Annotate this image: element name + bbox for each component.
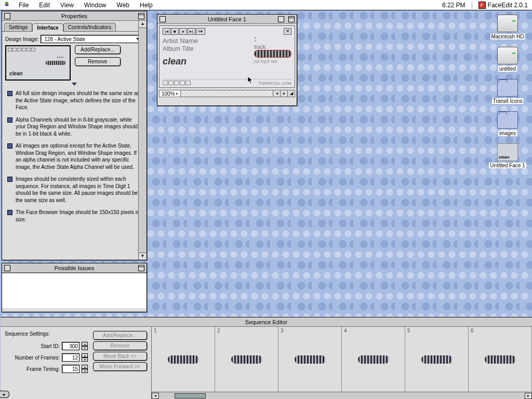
desktop-icon-face[interactable]: cleanUntitled Face 1 bbox=[486, 143, 529, 168]
application-menu[interactable]: F FaceEdit 2.0.1 bbox=[474, 2, 532, 9]
track-label: track: bbox=[254, 44, 291, 50]
disclosure-triangle-icon[interactable] bbox=[72, 83, 77, 86]
tab-settings[interactable]: Settings bbox=[4, 23, 32, 31]
sequence-frame[interactable]: 6 bbox=[469, 327, 532, 392]
next-track-icon[interactable]: ▸| bbox=[188, 28, 195, 35]
desktop-icon-untitled[interactable]: untitled bbox=[486, 47, 529, 72]
face-titlebar[interactable]: Untitled Face 1 bbox=[157, 15, 297, 24]
frames-input[interactable] bbox=[62, 353, 79, 362]
sequence-frame[interactable]: 5 bbox=[405, 327, 469, 392]
properties-tabs: Settings Interface Controls/Indicators bbox=[2, 21, 147, 32]
menu-edit[interactable]: Edit bbox=[34, 2, 55, 9]
sequence-scrollbar[interactable]: ◂ ▸ bbox=[152, 392, 532, 399]
design-image-thumbnail[interactable]: track: clean bbox=[5, 45, 71, 81]
hint-text: Images should be consistently sized with… bbox=[16, 176, 141, 204]
properties-scrollbar[interactable]: ▲▼ bbox=[138, 21, 147, 260]
track-progress-bar[interactable] bbox=[254, 50, 291, 58]
window-title: Sequence Editor bbox=[242, 319, 290, 325]
menu-dropdown-icon[interactable]: ≡▾ bbox=[196, 28, 205, 35]
play-icon[interactable]: ▸ bbox=[179, 28, 187, 35]
sequence-frame[interactable]: 1 bbox=[152, 327, 215, 392]
close-box[interactable] bbox=[159, 16, 166, 22]
footer-brand: THIRDCOIL.COM bbox=[258, 81, 291, 86]
scroll-down-arrow[interactable]: ▼ bbox=[139, 252, 147, 260]
zoom-level[interactable]: 100%▸ bbox=[159, 90, 181, 97]
frames-stepper[interactable]: ▴▾ bbox=[82, 353, 88, 362]
scroll-left-arrow[interactable]: ◂ bbox=[273, 90, 281, 97]
move-back-button: Move Back << bbox=[93, 352, 147, 361]
icon-label: Transit Icons bbox=[492, 98, 524, 104]
seq-add-replace-button: Add/Replace... bbox=[93, 331, 147, 340]
frames-label: Number of Frames: bbox=[15, 355, 60, 361]
properties-titlebar[interactable]: Properties bbox=[2, 11, 147, 21]
resize-grip-icon[interactable]: ◢ bbox=[288, 90, 295, 97]
footer-buttons[interactable] bbox=[163, 81, 191, 86]
window-title: Properties bbox=[58, 13, 90, 19]
window-title: Possible Issues bbox=[51, 265, 97, 271]
app-name-label: FaceEdit 2.0.1 bbox=[488, 2, 528, 9]
issues-list bbox=[2, 273, 147, 308]
frame-thumbnail bbox=[421, 355, 453, 364]
bullet-icon bbox=[7, 91, 12, 96]
zoom-box[interactable] bbox=[278, 16, 284, 22]
apple-menu[interactable] bbox=[0, 1, 14, 9]
frame-number: 2 bbox=[217, 328, 220, 334]
menubar: File Edit View Window Web Help 6:22 PM F… bbox=[0, 0, 532, 10]
windowshade-box[interactable] bbox=[138, 13, 144, 19]
windowshade-box[interactable] bbox=[288, 16, 295, 22]
add-replace-button[interactable]: Add/Replace... bbox=[75, 45, 121, 54]
design-image-select[interactable]: 128 - Active State bbox=[41, 35, 143, 43]
source-labels: cd mp3 net bbox=[254, 59, 291, 64]
menu-web[interactable]: Web bbox=[112, 2, 135, 9]
menu-help[interactable]: Help bbox=[135, 2, 158, 9]
bullet-icon bbox=[7, 210, 12, 215]
sequence-frame[interactable]: 4 bbox=[342, 327, 405, 392]
menubar-clock[interactable]: 6:22 PM bbox=[438, 2, 470, 9]
desktop-icon-images[interactable]: images bbox=[486, 111, 529, 136]
sequence-settings-label: Sequence Settings: bbox=[5, 331, 88, 337]
timing-stepper[interactable]: ▴▾ bbox=[82, 365, 88, 373]
app-icon: F bbox=[478, 2, 486, 9]
tab-interface[interactable]: Interface bbox=[32, 23, 63, 32]
menu-window[interactable]: Window bbox=[79, 2, 112, 9]
tab-controls[interactable]: Controls/Indicators bbox=[63, 23, 116, 31]
scroll-left-arrow[interactable]: ◂ bbox=[152, 393, 159, 399]
sequence-frame[interactable]: 2 bbox=[215, 327, 278, 392]
horizontal-scrollbar[interactable] bbox=[181, 90, 273, 97]
scroll-right-arrow[interactable]: ▸ bbox=[525, 393, 532, 399]
stop-icon[interactable]: ■ bbox=[171, 28, 179, 35]
icon-label: Macintosh HD bbox=[490, 34, 525, 39]
thumb-brand: clean bbox=[9, 71, 23, 76]
thumb-track-label: track: bbox=[57, 56, 64, 59]
folder-icon bbox=[497, 79, 518, 97]
start-id-input[interactable] bbox=[62, 342, 79, 350]
desktop-icon-hd[interactable]: Macintosh HD bbox=[486, 15, 529, 39]
properties-window: Properties Settings Interface Controls/I… bbox=[2, 11, 147, 260]
menu-view[interactable]: View bbox=[55, 2, 79, 9]
sequence-frame[interactable]: 3 bbox=[278, 327, 342, 392]
prev-track-icon[interactable]: |◂ bbox=[163, 28, 170, 35]
start-id-stepper[interactable]: ▴▾ bbox=[82, 342, 88, 350]
remove-button[interactable]: Remove bbox=[75, 57, 121, 66]
issues-window: Possible Issues bbox=[2, 263, 147, 312]
close-box[interactable] bbox=[4, 265, 10, 271]
scroll-up-arrow[interactable]: ▲ bbox=[139, 21, 147, 28]
close-icon[interactable]: ✕ bbox=[284, 28, 291, 35]
close-box[interactable] bbox=[4, 13, 10, 19]
timing-input[interactable] bbox=[62, 365, 79, 373]
album-title: Album Title bbox=[163, 45, 198, 52]
icon-label: untitled bbox=[498, 66, 517, 72]
windowshade-box[interactable] bbox=[138, 265, 144, 271]
bullet-icon bbox=[7, 117, 12, 123]
sequence-titlebar[interactable]: Sequence Editor bbox=[1, 317, 532, 327]
desktop-icon-transit[interactable]: Transit Icons bbox=[486, 79, 529, 104]
icon-label: images bbox=[498, 130, 517, 136]
face-preview: |◂ ■ ▸ ▸| ≡▾ ✕ Artist Name Album Title c… bbox=[159, 25, 295, 88]
issues-titlebar[interactable]: Possible Issues bbox=[2, 263, 147, 273]
hint-text: All images are optional except for the A… bbox=[16, 142, 141, 170]
scroll-right-arrow[interactable]: ▸ bbox=[281, 90, 288, 97]
menu-file[interactable]: File bbox=[14, 2, 34, 9]
scrollbar-thumb[interactable] bbox=[175, 393, 206, 398]
move-forward-button: Move Forward >> bbox=[93, 362, 147, 371]
application-switcher-tab[interactable]: ▸ bbox=[0, 391, 9, 398]
